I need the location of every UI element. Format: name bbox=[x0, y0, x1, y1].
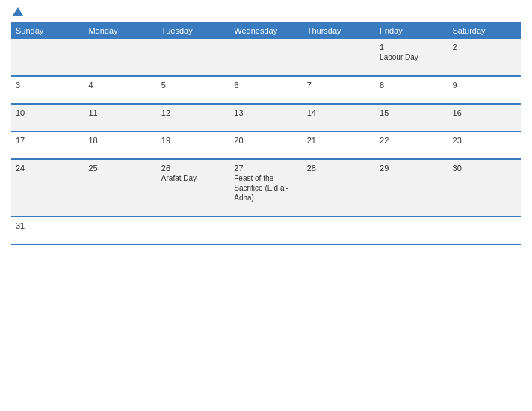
calendar-cell bbox=[229, 39, 302, 76]
calendar-cell: 9 bbox=[448, 76, 521, 104]
holiday-label: Labour Day bbox=[380, 52, 443, 62]
day-number: 1 bbox=[380, 43, 443, 52]
day-number: 4 bbox=[88, 81, 152, 90]
calendar-cell: 5 bbox=[157, 76, 229, 104]
weekday-header: Monday bbox=[84, 22, 156, 39]
day-number: 25 bbox=[88, 164, 152, 173]
day-number: 28 bbox=[307, 164, 371, 173]
calendar-cell: 6 bbox=[229, 76, 302, 104]
weekday-header: Saturday bbox=[448, 22, 521, 39]
calendar-cell: 2 bbox=[448, 39, 521, 76]
calendar-cell bbox=[303, 217, 375, 244]
day-number: 2 bbox=[453, 43, 516, 52]
calendar-cell: 19 bbox=[157, 132, 229, 159]
calendar-page: SundayMondayTuesdayWednesdayThursdayFrid… bbox=[0, 0, 532, 411]
day-number: 29 bbox=[380, 164, 443, 173]
calendar-cell: 3 bbox=[11, 76, 84, 104]
day-number: 27 bbox=[234, 164, 297, 173]
holiday-label: Arafat Day bbox=[161, 173, 225, 183]
day-number: 23 bbox=[453, 136, 516, 145]
header bbox=[11, 7, 521, 16]
day-number: 13 bbox=[234, 108, 297, 117]
calendar-week-row: 17181920212223 bbox=[11, 132, 521, 159]
calendar-cell: 21 bbox=[303, 132, 375, 159]
calendar-cell: 17 bbox=[11, 132, 84, 159]
day-number: 8 bbox=[380, 81, 443, 90]
calendar-week-row: 10111213141516 bbox=[11, 104, 521, 132]
calendar-cell bbox=[11, 39, 84, 76]
calendar-cell: 24 bbox=[11, 159, 84, 217]
calendar-cell: 22 bbox=[375, 132, 448, 159]
day-number: 22 bbox=[380, 136, 443, 145]
day-number: 15 bbox=[380, 108, 443, 117]
day-number: 31 bbox=[16, 221, 79, 230]
day-number: 19 bbox=[161, 136, 225, 145]
calendar-cell bbox=[157, 39, 229, 76]
day-number: 16 bbox=[453, 108, 516, 117]
day-number: 10 bbox=[16, 108, 79, 117]
day-number: 9 bbox=[453, 81, 516, 90]
calendar-cell: 28 bbox=[303, 159, 375, 217]
day-number: 3 bbox=[16, 81, 79, 90]
calendar-cell: 29 bbox=[375, 159, 448, 217]
weekday-header: Friday bbox=[375, 22, 448, 39]
calendar-week-row: 242526Arafat Day27Feast of the Sacrifice… bbox=[11, 159, 521, 217]
day-number: 11 bbox=[88, 108, 152, 117]
calendar-week-row: 3456789 bbox=[11, 76, 521, 104]
calendar-cell: 23 bbox=[448, 132, 521, 159]
calendar-cell: 18 bbox=[84, 132, 156, 159]
calendar-table: SundayMondayTuesdayWednesdayThursdayFrid… bbox=[11, 22, 521, 245]
day-number: 21 bbox=[307, 136, 371, 145]
calendar-cell: 1Labour Day bbox=[375, 39, 448, 76]
calendar-cell: 7 bbox=[303, 76, 375, 104]
calendar-cell bbox=[84, 39, 156, 76]
weekday-header: Thursday bbox=[303, 22, 375, 39]
day-number: 5 bbox=[161, 81, 225, 90]
calendar-cell: 13 bbox=[229, 104, 302, 132]
logo-triangle-icon bbox=[13, 7, 23, 16]
day-number: 12 bbox=[161, 108, 225, 117]
weekday-header: Tuesday bbox=[157, 22, 229, 39]
calendar-cell: 15 bbox=[375, 104, 448, 132]
weekday-header-row: SundayMondayTuesdayWednesdayThursdayFrid… bbox=[11, 22, 521, 39]
calendar-cell bbox=[229, 217, 302, 244]
calendar-cell: 20 bbox=[229, 132, 302, 159]
day-number: 18 bbox=[88, 136, 152, 145]
calendar-cell: 25 bbox=[84, 159, 156, 217]
holiday-label: Feast of the Sacrifice (Eid al-Adha) bbox=[234, 173, 297, 203]
calendar-cell bbox=[303, 39, 375, 76]
calendar-cell: 27Feast of the Sacrifice (Eid al-Adha) bbox=[229, 159, 302, 217]
day-number: 17 bbox=[16, 136, 79, 145]
calendar-cell: 12 bbox=[157, 104, 229, 132]
day-number: 20 bbox=[234, 136, 297, 145]
weekday-header: Wednesday bbox=[229, 22, 302, 39]
day-number: 26 bbox=[161, 164, 225, 173]
calendar-cell bbox=[448, 217, 521, 244]
calendar-cell: 8 bbox=[375, 76, 448, 104]
day-number: 30 bbox=[453, 164, 516, 173]
calendar-cell: 16 bbox=[448, 104, 521, 132]
day-number: 14 bbox=[307, 108, 371, 117]
weekday-header: Sunday bbox=[11, 22, 84, 39]
calendar-cell: 26Arafat Day bbox=[157, 159, 229, 217]
calendar-week-row: 1Labour Day2 bbox=[11, 39, 521, 76]
calendar-cell bbox=[375, 217, 448, 244]
calendar-cell bbox=[157, 217, 229, 244]
day-number: 6 bbox=[234, 81, 297, 90]
calendar-cell: 10 bbox=[11, 104, 84, 132]
calendar-cell: 11 bbox=[84, 104, 156, 132]
calendar-cell bbox=[84, 217, 156, 244]
calendar-cell: 14 bbox=[303, 104, 375, 132]
logo-blue-text bbox=[11, 7, 23, 16]
calendar-cell: 4 bbox=[84, 76, 156, 104]
day-number: 24 bbox=[16, 164, 79, 173]
calendar-week-row: 31 bbox=[11, 217, 521, 244]
calendar-cell: 31 bbox=[11, 217, 84, 244]
logo bbox=[11, 7, 23, 16]
day-number: 7 bbox=[307, 81, 371, 90]
calendar-cell: 30 bbox=[448, 159, 521, 217]
